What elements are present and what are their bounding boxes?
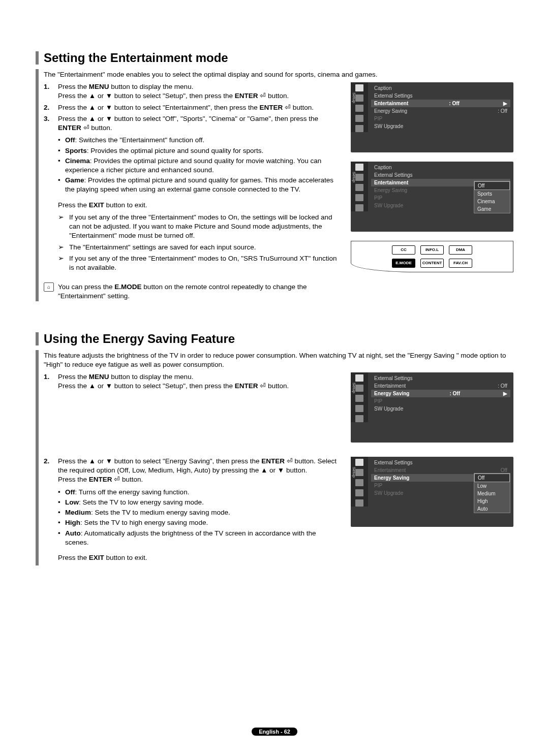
- osd-menu-3: SetupExternal SettingsEntertainment: Off…: [351, 372, 513, 443]
- section-header: Setting the Entertainment mode: [36, 51, 513, 65]
- osd-menu-1: SetupCaptionExternal SettingsEntertainme…: [351, 82, 513, 152]
- osd-popup-option: Off: [474, 181, 510, 190]
- exit-line: Press the EXIT button to exit.: [58, 201, 341, 210]
- osd-sidebar-icon: [355, 374, 363, 382]
- bullet-high: High: Sets the TV to high energy saving …: [58, 518, 341, 527]
- osd-sidebar-icon: [355, 164, 363, 171]
- note-3: ➢If you set any of the three "Entertainm…: [58, 254, 341, 272]
- osd-popup-option: Sports: [474, 190, 510, 198]
- osd-sidebar-icon: [355, 84, 363, 91]
- osd-item: Entertainment: Off: [371, 382, 510, 390]
- osd-item: PIP: [371, 115, 510, 122]
- osd-sidebar-icon: [355, 204, 363, 211]
- osd-sidebar-icon: [355, 105, 363, 112]
- section-title: Setting the Entertainment mode: [44, 51, 228, 65]
- step-1: 1. Press the MENU button to display the …: [44, 372, 341, 391]
- bullet-game: Game: Provides the optimal picture and s…: [58, 176, 341, 194]
- osd-menu-4: SetupExternal SettingsEntertainmentOffEn…: [351, 457, 513, 527]
- bullet-off: Off: Turns off the energy saving functio…: [58, 488, 341, 497]
- osd-sidebar-icon: [355, 489, 363, 496]
- intro-bar-icon: [36, 350, 39, 566]
- step-1: 1. Press the MENU button to display the …: [44, 82, 341, 101]
- bullet-off: Off: Switches the "Entertainment" functi…: [58, 136, 341, 145]
- remote-btn-cc: CC: [392, 245, 415, 255]
- section-energy-saving: Using the Energy Saving Feature This fea…: [36, 332, 513, 566]
- page-number: English - 62: [252, 728, 297, 736]
- section-title: Using the Energy Saving Feature: [44, 332, 235, 346]
- osd-sidebar-icon: [355, 94, 363, 102]
- remote-control: CC INFO.L DMA E.MODE CONTENT FAV.CH: [351, 241, 513, 272]
- step-2: 2. Press the ▲ or ▼ button to select "En…: [44, 103, 341, 112]
- osd-item: Energy Saving: Off▶: [371, 390, 510, 397]
- osd-menu-2: SetupCaptionExternal SettingsEntertainme…: [351, 162, 513, 232]
- osd-item: Energy Saving: Off: [371, 107, 510, 115]
- osd-popup-option: Cinema: [474, 198, 510, 205]
- osd-popup-option: Off: [474, 474, 510, 482]
- osd-sidebar-icon: [355, 194, 363, 201]
- osd-popup-option: Game: [474, 205, 510, 213]
- page-footer: English - 62: [0, 728, 549, 736]
- osd-item: SW Upgrade: [371, 405, 510, 413]
- osd-item: External Settings: [371, 171, 510, 179]
- osd-sidebar-icon: [355, 174, 363, 181]
- osd-item: External Settings: [371, 92, 510, 100]
- bullet-low: Low: Sets the TV to low energy saving mo…: [58, 498, 341, 507]
- osd-item: External Settings: [371, 374, 510, 382]
- osd-popup-option: Low: [474, 482, 510, 490]
- osd-sidebar-icon: [355, 385, 363, 392]
- section-intro: The "Entertainment" mode enables you to …: [44, 70, 513, 79]
- section-intro: This feature adjusts the brightness of t…: [44, 351, 513, 369]
- remote-btn-content: CONTENT: [420, 259, 444, 268]
- osd-sidebar-icon: [355, 125, 363, 132]
- note-2: ➢The "Entertainment" settings are saved …: [58, 243, 341, 252]
- osd-sidebar-icon: [355, 395, 363, 402]
- section-entertainment: Setting the Entertainment mode The "Ente…: [36, 51, 513, 301]
- remote-note: ⌂ You can press the E.MODE button on the…: [44, 282, 341, 301]
- osd-item: Caption: [371, 84, 510, 92]
- remote-icon: ⌂: [44, 282, 54, 292]
- section-header: Using the Energy Saving Feature: [36, 332, 513, 346]
- remote-btn-info: INFO.L: [420, 245, 444, 255]
- osd-sidebar-icon: [355, 415, 363, 422]
- osd-sidebar-icon: [355, 469, 363, 476]
- osd-sidebar-icon: [355, 184, 363, 191]
- header-bar-icon: [36, 332, 39, 345]
- osd-popup-option: Medium: [474, 490, 510, 497]
- remote-btn-emode: E.MODE: [392, 259, 415, 268]
- exit-line: Press the EXIT button to exit.: [58, 553, 341, 562]
- header-bar-icon: [36, 51, 39, 65]
- step-2: 2. Press the ▲ or ▼ button to select "En…: [44, 457, 341, 550]
- osd-popup-option: Auto: [474, 505, 510, 513]
- osd-item: SW Upgrade: [371, 122, 510, 130]
- osd-popup-option: High: [474, 497, 510, 505]
- osd-sidebar-icon: [355, 499, 363, 507]
- osd-sidebar-icon: [355, 479, 363, 486]
- remote-btn-favch: FAV.CH: [449, 259, 472, 268]
- step-3: 3. Press the ▲ or ▼ button to select "Of…: [44, 114, 341, 198]
- bullet-auto: Auto: Automatically adjusts the brightne…: [58, 529, 341, 547]
- osd-sidebar-icon: [355, 405, 363, 412]
- bullet-medium: Medium: Sets the TV to medium energy sav…: [58, 508, 341, 517]
- bullet-sports: Sports: Provides the optimal picture and…: [58, 146, 341, 155]
- note-1: ➢If you set any of the three "Entertainm…: [58, 213, 341, 241]
- osd-item: External Settings: [371, 459, 510, 466]
- osd-sidebar-icon: [355, 115, 363, 122]
- remote-btn-dma: DMA: [449, 245, 472, 255]
- osd-item: Caption: [371, 164, 510, 171]
- intro-bar-icon: [36, 69, 39, 301]
- bullet-cinema: Cinema: Provides the optimal picture and…: [58, 156, 341, 175]
- osd-item: PIP: [371, 397, 510, 405]
- osd-sidebar-icon: [355, 459, 363, 466]
- osd-item: Entertainment: Off▶: [371, 100, 510, 107]
